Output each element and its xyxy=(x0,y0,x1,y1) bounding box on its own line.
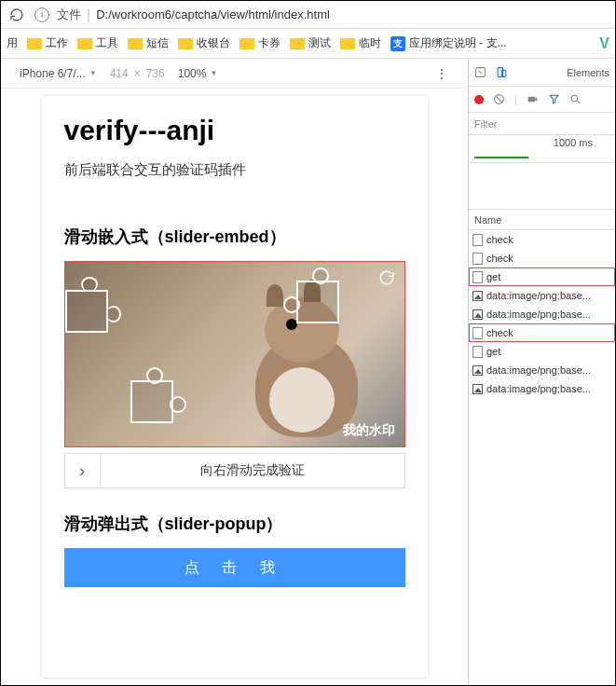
chevron-down-icon: ▼ xyxy=(89,69,97,77)
slider-hint-text: 向右滑动完成验证 xyxy=(101,454,404,487)
image-icon xyxy=(472,384,483,394)
record-icon[interactable] xyxy=(474,95,484,104)
viewport-dimensions[interactable]: 414 × 736 xyxy=(110,67,165,80)
clear-icon[interactable] xyxy=(493,93,505,105)
vue-icon: V xyxy=(599,35,609,52)
bookmark-item[interactable]: 测试 xyxy=(290,35,331,51)
camera-icon[interactable] xyxy=(527,93,539,105)
document-icon xyxy=(472,234,483,246)
network-timeline[interactable]: 1000 ms xyxy=(469,135,615,163)
bookmark-item[interactable]: 工具 xyxy=(77,35,118,51)
section-title-embed: 滑动嵌入式（slider-embed） xyxy=(64,226,405,248)
device-frame: verify---anji 前后端联合交互的验证码插件 滑动嵌入式（slider… xyxy=(42,96,428,678)
puzzle-piece-target xyxy=(296,281,339,323)
chevron-right-icon: › xyxy=(79,461,85,481)
filter-input[interactable]: Filter xyxy=(469,113,615,135)
page-title: verify---anji xyxy=(64,115,405,146)
bookmark-item[interactable]: 短信 xyxy=(128,35,169,51)
bookmark-item[interactable]: V xyxy=(599,35,609,52)
captcha-image: 我的水印 xyxy=(64,261,405,447)
network-row[interactable]: data:image/png;base... xyxy=(469,305,615,323)
network-row[interactable]: check xyxy=(469,230,615,249)
folder-icon xyxy=(340,38,355,49)
network-row[interactable]: data:image/png;base... xyxy=(469,286,615,305)
network-row[interactable]: data:image/png;base... xyxy=(469,379,615,398)
devtools-tabs: Elements xyxy=(469,59,615,87)
page-subtitle: 前后端联合交互的验证码插件 xyxy=(64,161,405,179)
image-icon xyxy=(472,309,483,320)
timeline-bar xyxy=(474,157,528,158)
image-icon xyxy=(472,365,483,376)
info-icon[interactable]: i xyxy=(34,7,49,22)
device-selector[interactable]: iPhone 6/7/... ▼ xyxy=(20,67,97,80)
network-row[interactable]: get xyxy=(469,268,615,286)
bookmark-item[interactable]: 用 xyxy=(7,35,18,51)
document-icon xyxy=(472,253,483,265)
puzzle-piece-slot xyxy=(65,290,108,333)
chevron-down-icon: ▼ xyxy=(210,69,217,77)
bookmark-item[interactable]: 卡券 xyxy=(240,35,281,51)
network-row[interactable]: check xyxy=(469,249,615,268)
folder-icon xyxy=(27,38,42,49)
url-path[interactable]: D:/workroom6/captcha/view/html/index.htm… xyxy=(96,7,330,21)
network-request-list: check check get data:image/png;base... d… xyxy=(469,230,615,685)
devtools-panel: Elements | Filter 1000 ms Name check che… xyxy=(468,59,615,685)
more-icon[interactable]: ⋮ xyxy=(435,66,449,81)
bookmark-item[interactable]: 支应用绑定说明 - 支... xyxy=(390,35,507,51)
filter-icon[interactable] xyxy=(548,93,560,105)
folder-icon xyxy=(178,38,193,49)
svg-rect-4 xyxy=(527,97,535,102)
watermark: 我的水印 xyxy=(343,422,395,439)
search-icon[interactable] xyxy=(569,93,582,105)
reload-icon[interactable] xyxy=(8,7,25,23)
device-preview-panel: iPhone 6/7/... ▼ 414 × 736 100% ▼ ⋮ veri… xyxy=(1,59,468,685)
slider-track: › 向右滑动完成验证 xyxy=(64,453,405,488)
column-header-name[interactable]: Name xyxy=(469,210,615,230)
tab-elements[interactable]: Elements xyxy=(567,67,609,78)
svg-point-5 xyxy=(571,95,578,102)
image-icon xyxy=(472,291,483,301)
puzzle-piece-decoy xyxy=(130,380,173,423)
bookmarks-bar: 用 工作 工具 短信 收银台 卡券 测试 临时 支应用绑定说明 - 支... V xyxy=(1,29,615,59)
folder-icon xyxy=(240,38,254,49)
bookmark-item[interactable]: 工作 xyxy=(27,35,68,51)
device-toggle-icon[interactable] xyxy=(496,66,508,78)
bookmark-item[interactable]: 收银台 xyxy=(178,35,230,51)
section-title-popup: 滑动弹出式（slider-popup） xyxy=(64,513,405,535)
document-icon xyxy=(472,327,483,339)
folder-icon xyxy=(77,38,92,49)
open-popup-button[interactable]: 点 击 我 xyxy=(64,548,405,587)
url-scheme-label: 文件 xyxy=(57,7,81,23)
zoom-selector[interactable]: 100% ▼ xyxy=(178,67,218,80)
refresh-captcha-icon[interactable] xyxy=(378,269,395,290)
alipay-icon: 支 xyxy=(390,36,405,51)
timeline-tick-label: 1000 ms xyxy=(554,137,593,148)
browser-url-bar: i 文件 | D:/workroom6/captcha/view/html/in… xyxy=(1,1,615,29)
folder-icon xyxy=(128,38,143,49)
bookmark-item[interactable]: 临时 xyxy=(340,35,381,51)
document-icon xyxy=(472,346,483,358)
network-toolbar: | xyxy=(469,87,615,113)
device-toolbar: iPhone 6/7/... ▼ 414 × 736 100% ▼ ⋮ xyxy=(1,59,468,89)
network-row[interactable]: get xyxy=(469,342,615,361)
inspect-icon[interactable] xyxy=(474,66,486,78)
network-row[interactable]: data:image/png;base... xyxy=(469,361,615,379)
document-icon xyxy=(472,271,483,283)
network-row[interactable]: check xyxy=(469,323,615,342)
folder-icon xyxy=(290,38,305,49)
slider-handle[interactable]: › xyxy=(65,454,101,487)
